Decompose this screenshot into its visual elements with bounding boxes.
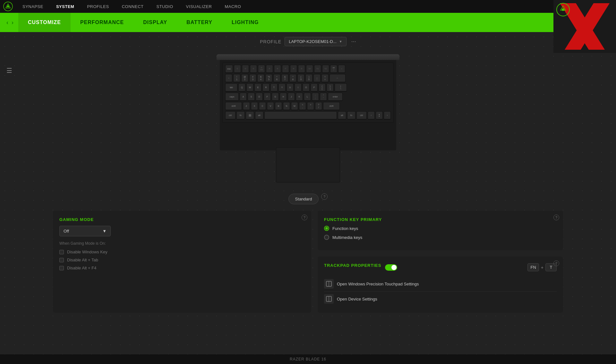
disable-windows-key-checkbox[interactable] <box>59 250 64 254</box>
key-g[interactable]: G <box>272 93 279 101</box>
gaming-mode-dropdown[interactable]: Off ▼ <box>59 226 111 236</box>
key-f[interactable]: F <box>264 93 271 101</box>
key-alt-left[interactable]: alt <box>255 111 263 120</box>
key-quote[interactable]: "' <box>320 93 327 101</box>
key-c[interactable]: C <box>259 102 266 110</box>
key-3[interactable]: #3 <box>249 74 256 82</box>
key-k[interactable]: K <box>296 93 303 101</box>
nav-macro[interactable]: MACRO <box>218 0 247 13</box>
trackpad-help-icon[interactable]: ? <box>553 260 559 266</box>
function-keys-radio[interactable] <box>324 226 329 231</box>
key-f5[interactable]: f5 <box>266 65 273 73</box>
back-arrow[interactable]: ‹ <box>6 19 8 26</box>
profile-dropdown[interactable]: LAPTOP-K2OSEM01-D... ▼ <box>285 37 346 46</box>
trackpad-device-link[interactable]: Open Device Settings <box>324 292 557 306</box>
key-alt-right[interactable]: alt <box>338 111 346 120</box>
nav-visualizer[interactable]: VISUALIZER <box>180 0 218 13</box>
key-e[interactable]: E <box>254 83 261 92</box>
key-shift-right[interactable]: shift <box>323 102 340 110</box>
key-arrow-ud[interactable]: ▲▼ <box>376 111 383 120</box>
key-w[interactable]: W <box>246 83 253 92</box>
key-a[interactable]: A <box>240 93 247 101</box>
key-4[interactable]: $4 <box>257 74 264 82</box>
trackpad-precision-link[interactable]: Open Windows Precision Touchpad Settings <box>324 276 557 292</box>
key-f6[interactable]: f6 <box>274 65 281 73</box>
subnav-performance[interactable]: PERFORMANCE <box>71 13 133 32</box>
key-fn[interactable]: fn <box>236 111 245 120</box>
key-l[interactable]: L <box>304 93 311 101</box>
key-bracket-right[interactable]: }] <box>327 83 334 92</box>
key-j[interactable]: J <box>288 93 295 101</box>
key-end[interactable]: ○ <box>338 65 345 73</box>
key-f11[interactable]: f11 <box>314 65 321 73</box>
key-u[interactable]: U <box>287 83 294 92</box>
key-comma[interactable]: <, <box>299 102 306 110</box>
key-d[interactable]: D <box>256 93 263 101</box>
key-del[interactable]: delprt <box>330 65 337 73</box>
key-h[interactable]: H <box>280 93 287 101</box>
trackpad[interactable] <box>276 147 340 182</box>
nav-connect[interactable]: CONNECT <box>116 0 150 13</box>
key-t[interactable]: T <box>270 83 278 92</box>
key-minus[interactable]: _- <box>313 74 321 82</box>
disable-alt-f4-checkbox[interactable] <box>59 266 64 270</box>
key-shift-left[interactable]: shift <box>225 102 242 110</box>
nav-system[interactable]: SYSTEM <box>50 0 81 13</box>
key-backspace[interactable]: ← <box>329 74 346 82</box>
key-f10[interactable]: f10 <box>306 65 313 73</box>
key-space[interactable] <box>264 111 337 120</box>
key-caps[interactable]: caps <box>225 93 239 101</box>
nav-synapse[interactable]: SYNAPSE <box>16 0 50 13</box>
key-f9[interactable]: f9 <box>298 65 305 73</box>
key-b[interactable]: B <box>275 102 282 110</box>
key-ctrl-left[interactable]: ctrl <box>225 111 235 120</box>
profile-options-button[interactable]: ··· <box>351 38 356 45</box>
gaming-mode-help-icon[interactable]: ? <box>302 215 307 220</box>
key-semicolon[interactable]: :; <box>312 93 319 101</box>
key-esc[interactable]: esc <box>225 65 233 73</box>
key-f7[interactable]: f7 <box>282 65 289 73</box>
key-p[interactable]: P <box>311 83 318 92</box>
key-i[interactable]: I <box>295 83 302 92</box>
key-slash[interactable]: ?/ <box>315 102 322 110</box>
function-key-help-icon[interactable]: ? <box>553 215 559 220</box>
key-6[interactable]: ^6 <box>273 74 280 82</box>
key-period[interactable]: >. <box>307 102 314 110</box>
key-bracket-left[interactable]: {[ <box>319 83 326 92</box>
key-z[interactable]: Z <box>243 102 250 110</box>
key-equals[interactable]: += <box>321 74 329 82</box>
key-9[interactable]: (9 <box>297 74 304 82</box>
key-7[interactable]: &7 <box>281 74 288 82</box>
key-x[interactable]: X <box>251 102 258 110</box>
standard-help-icon[interactable]: ? <box>321 193 328 200</box>
subnav-battery[interactable]: BATTERY <box>177 13 222 32</box>
key-ctrl-right[interactable]: ctrl <box>356 111 367 120</box>
key-r[interactable]: R <box>262 83 270 92</box>
key-f2[interactable]: f2 <box>242 65 249 73</box>
key-backslash[interactable]: |\ <box>335 83 347 92</box>
hamburger-menu[interactable]: ☰ <box>6 67 12 74</box>
key-f8[interactable]: f8 <box>290 65 297 73</box>
subnav-customize[interactable]: CUSTOMIZE <box>18 13 71 32</box>
key-backtick[interactable]: ~ <box>225 74 232 82</box>
disable-alt-tab-checkbox[interactable] <box>59 258 64 262</box>
key-arrow-left[interactable]: ‹ <box>368 111 375 120</box>
standard-button[interactable]: Standard <box>288 194 319 204</box>
subnav-display[interactable]: DISPLAY <box>133 13 177 32</box>
key-win[interactable]: ⊞ <box>246 111 254 120</box>
nav-profiles[interactable]: PROFILES <box>81 0 115 13</box>
key-1[interactable]: !1 <box>233 74 240 82</box>
key-f4[interactable]: f4calc <box>258 65 265 73</box>
key-8[interactable]: *8 <box>289 74 296 82</box>
key-tab[interactable]: tab <box>225 83 237 92</box>
key-o[interactable]: O <box>303 83 310 92</box>
key-5[interactable]: %5 <box>265 74 272 82</box>
trackpad-toggle[interactable] <box>385 264 397 271</box>
key-y[interactable]: Y <box>278 83 286 92</box>
key-0[interactable]: )0 <box>305 74 312 82</box>
key-n[interactable]: N <box>283 102 290 110</box>
key-f12[interactable]: f12 <box>322 65 329 73</box>
key-enter[interactable]: enter <box>328 93 343 101</box>
forward-arrow[interactable]: › <box>12 19 13 26</box>
key-arrow-right[interactable]: › <box>384 111 391 120</box>
